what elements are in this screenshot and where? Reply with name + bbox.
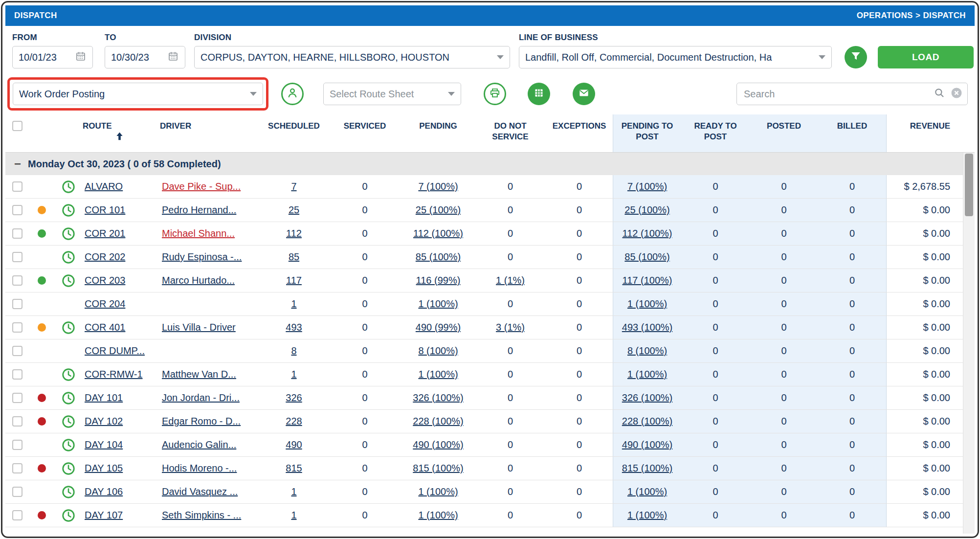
header-serviced[interactable]: SERVICED	[328, 114, 401, 152]
clock-icon[interactable]	[61, 273, 76, 288]
pending-link[interactable]: 1 (100%)	[418, 369, 458, 380]
driver-link[interactable]: David Vasquez ...	[162, 486, 238, 497]
search-icon[interactable]	[933, 87, 946, 101]
route-link[interactable]: COR 204	[85, 298, 125, 310]
pending-to-post-link[interactable]: 326 (100%)	[622, 392, 672, 404]
scheduled-link[interactable]: 326	[286, 392, 302, 404]
clock-icon[interactable]	[61, 391, 76, 405]
route-link[interactable]: DAY 104	[85, 439, 123, 450]
route-link[interactable]: COR 203	[85, 275, 125, 286]
row-checkbox[interactable]	[12, 487, 22, 497]
row-checkbox[interactable]	[12, 322, 22, 333]
header-posted[interactable]: POSTED	[750, 114, 818, 152]
pending-link[interactable]: 7 (100%)	[418, 181, 458, 192]
assign-driver-button[interactable]	[281, 83, 304, 105]
pending-link[interactable]: 1 (100%)	[418, 486, 458, 497]
select-all-checkbox[interactable]	[12, 121, 22, 131]
clock-icon[interactable]	[61, 250, 76, 265]
pending-to-post-link[interactable]: 85 (100%)	[624, 251, 669, 263]
scheduled-link[interactable]: 7	[291, 181, 296, 192]
calendar-icon[interactable]	[75, 50, 87, 65]
row-checkbox[interactable]	[12, 510, 22, 520]
scheduled-link[interactable]: 1	[291, 369, 296, 380]
vertical-scrollbar[interactable]	[963, 153, 975, 534]
pending-to-post-link[interactable]: 228 (100%)	[622, 416, 672, 427]
pending-link[interactable]: 815 (100%)	[413, 463, 463, 474]
search-input[interactable]	[744, 89, 929, 100]
route-link[interactable]: COR 401	[85, 322, 125, 333]
pending-link[interactable]: 1 (100%)	[418, 510, 458, 521]
row-checkbox[interactable]	[12, 181, 22, 192]
route-link[interactable]: DAY 106	[85, 486, 123, 497]
header-route[interactable]: ROUTE	[83, 114, 160, 152]
collapse-icon[interactable]: −	[14, 158, 21, 170]
row-checkbox[interactable]	[12, 416, 22, 427]
header-ready-to-post[interactable]: READY TO POST	[681, 114, 750, 152]
email-button[interactable]	[573, 83, 595, 105]
clock-icon[interactable]	[61, 461, 76, 476]
print-button[interactable]	[484, 83, 506, 105]
header-do-not-service[interactable]: DO NOT SERVICE	[475, 114, 546, 152]
scheduled-link[interactable]: 1	[291, 486, 296, 497]
pending-to-post-link[interactable]: 112 (100%)	[623, 228, 672, 239]
pending-to-post-link[interactable]: 117 (100%)	[623, 275, 672, 286]
row-checkbox[interactable]	[12, 228, 22, 239]
driver-link[interactable]: Audencio Galin...	[162, 439, 236, 450]
pending-link[interactable]: 25 (100%)	[416, 204, 461, 216]
driver-link[interactable]: Marco Hurtado...	[162, 275, 235, 286]
driver-link[interactable]: Rudy Espinosa -...	[162, 251, 242, 263]
route-link[interactable]: COR-RMW-1	[85, 369, 143, 380]
driver-link[interactable]: Hodis Moreno -...	[162, 463, 237, 474]
pending-link[interactable]: 326 (100%)	[413, 392, 463, 404]
calendar-icon[interactable]	[167, 50, 179, 65]
route-link[interactable]: ALVARO	[85, 181, 123, 192]
do-not-service-link[interactable]: 3 (1%)	[496, 322, 525, 333]
route-link[interactable]: DAY 107	[85, 510, 123, 521]
clock-icon[interactable]	[61, 438, 76, 452]
route-link[interactable]: COR DUMP...	[85, 345, 145, 357]
filter-button[interactable]	[845, 46, 867, 68]
scheduled-link[interactable]: 490	[286, 439, 302, 450]
header-driver[interactable]: DRIVER	[160, 114, 260, 152]
pending-link[interactable]: 1 (100%)	[418, 298, 458, 310]
pending-to-post-link[interactable]: 8 (100%)	[627, 345, 667, 357]
clock-icon[interactable]	[61, 508, 76, 523]
route-link[interactable]: DAY 105	[85, 463, 123, 474]
pending-link[interactable]: 8 (100%)	[418, 345, 458, 357]
route-sheet-select[interactable]: Select Route Sheet	[323, 83, 461, 105]
pending-to-post-link[interactable]: 1 (100%)	[627, 486, 667, 497]
pending-to-post-link[interactable]: 7 (100%)	[627, 181, 667, 192]
pending-to-post-link[interactable]: 25 (100%)	[624, 204, 669, 216]
division-select[interactable]: CORPUS, DAYTON, HEARNE, HILLSBORO, HOUST…	[194, 46, 510, 68]
clear-search-icon[interactable]	[950, 86, 963, 102]
pending-link[interactable]: 490 (100%)	[413, 439, 463, 450]
scheduled-link[interactable]: 815	[286, 463, 302, 474]
route-link[interactable]: COR 202	[85, 251, 125, 263]
pending-link[interactable]: 228 (100%)	[413, 416, 463, 427]
row-checkbox[interactable]	[12, 275, 22, 286]
scheduled-link[interactable]: 85	[289, 251, 299, 263]
scrollbar-thumb[interactable]	[965, 154, 973, 216]
scheduled-link[interactable]: 117	[286, 275, 302, 286]
route-link[interactable]: DAY 101	[85, 392, 123, 404]
clock-icon[interactable]	[61, 485, 76, 499]
pending-to-post-link[interactable]: 1 (100%)	[627, 510, 667, 521]
clock-icon[interactable]	[61, 226, 76, 241]
scheduled-link[interactable]: 493	[286, 322, 302, 333]
scheduled-link[interactable]: 1	[291, 298, 296, 310]
line-of-business-select[interactable]: Landfill, Roll Off, Commercial, Document…	[519, 46, 832, 68]
to-date-input[interactable]: 10/30/23	[105, 46, 185, 68]
route-board-button[interactable]	[528, 83, 550, 105]
row-checkbox[interactable]	[12, 205, 22, 215]
pending-to-post-link[interactable]: 490 (100%)	[622, 439, 672, 450]
route-link[interactable]: COR 101	[85, 204, 125, 216]
view-mode-select[interactable]: Work Order Posting	[13, 83, 263, 105]
row-checkbox[interactable]	[12, 252, 22, 262]
driver-link[interactable]: Seth Simpkins - ...	[162, 510, 241, 521]
pending-link[interactable]: 116 (99%)	[416, 275, 461, 286]
load-button[interactable]: LOAD	[878, 46, 974, 68]
from-date-input[interactable]: 10/01/23	[12, 46, 93, 68]
clock-icon[interactable]	[61, 320, 76, 335]
pending-link[interactable]: 490 (99%)	[416, 322, 461, 333]
pending-to-post-link[interactable]: 1 (100%)	[627, 298, 667, 310]
